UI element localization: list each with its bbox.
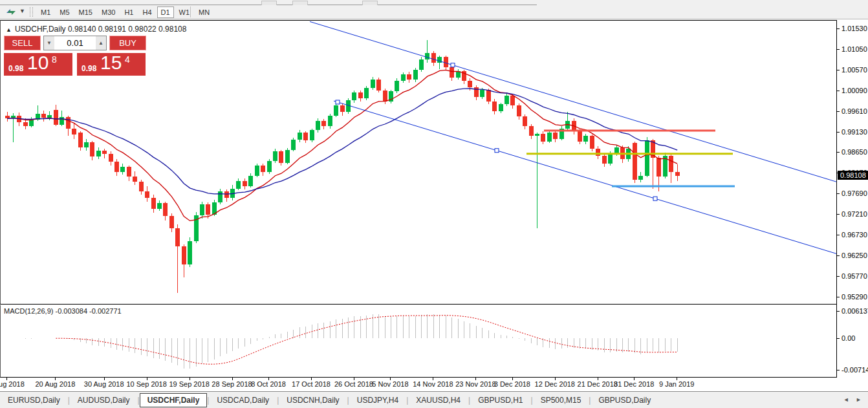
- timeframe-button-M30[interactable]: M30: [98, 6, 119, 18]
- chart-profiles-icon[interactable]: [5, 7, 17, 17]
- macd-chart-canvas[interactable]: [1, 305, 837, 377]
- ma-fast-line: [7, 70, 677, 220]
- macd-histogram: [7, 314, 677, 369]
- volume-increase-button[interactable]: ▲: [96, 36, 106, 50]
- axis-tick: [837, 132, 840, 133]
- date-label: 8 Oct 2018: [251, 380, 286, 388]
- date-label: 17 Oct 2018: [292, 380, 331, 388]
- price-tick-label: 1.00570: [841, 66, 867, 74]
- price-tick-label: 0.97690: [841, 189, 867, 197]
- mt4-terminal-window: ▼ M1M5M15M30H1H4D1W1MN ▲USDCHF,Daily 0.9…: [0, 0, 868, 408]
- chart-tab-AUDUSD-Daily[interactable]: AUDUSD,Daily: [70, 393, 138, 407]
- timeframe-button-M15[interactable]: M15: [75, 6, 96, 18]
- macd-pane[interactable]: MACD(12,26,9) -0.003084 -0.002771: [0, 305, 837, 378]
- date-label: 3 Dec 2018: [494, 380, 530, 388]
- pane-divider[interactable]: [0, 304, 836, 305]
- buy-price-point: 4: [125, 54, 130, 65]
- timeframe-button-D1[interactable]: D1: [157, 6, 174, 18]
- chart-tab-EURUSD-Daily[interactable]: EURUSD,Daily: [0, 393, 68, 407]
- chart-window: ▲USDCHF,Daily 0.98140 0.98191 0.98022 0.…: [0, 19, 868, 408]
- buy-price-tile[interactable]: 0.98 15 4: [77, 53, 146, 76]
- sell-button[interactable]: SELL: [4, 36, 41, 50]
- axis-tick: [837, 28, 840, 29]
- volume-input[interactable]: [54, 36, 96, 50]
- axis-tick: [837, 111, 840, 112]
- price-tick-label: 1.01050: [841, 45, 867, 53]
- date-label: 8 Aug 2018: [0, 380, 25, 388]
- date-label: 14 Nov 2018: [413, 380, 453, 388]
- macd-tick-label: -0.007142: [841, 366, 868, 374]
- axis-tick: [837, 91, 840, 91]
- date-label: 12 Dec 2018: [535, 380, 575, 388]
- buy-button[interactable]: BUY: [109, 36, 146, 50]
- chart-tool-dropdown-caret[interactable]: ▼: [19, 8, 25, 14]
- one-click-trading-panel: SELL ▼ ▲ BUY 0.98 10 8 0.98: [4, 36, 146, 76]
- date-label: 30 Aug 2018: [84, 380, 124, 388]
- price-tick-label: 0.96250: [841, 252, 867, 259]
- trendline-handle[interactable]: [336, 100, 340, 104]
- timeframe-button-H4[interactable]: H4: [138, 6, 155, 18]
- chart-tab-GBPUSD-H1[interactable]: GBPUSD,H1: [470, 393, 530, 407]
- axis-tick: [837, 214, 840, 215]
- time-axis[interactable]: 8 Aug 201820 Aug 201830 Aug 201810 Sep 2…: [0, 378, 868, 391]
- macd-indicator-label: MACD(12,26,9) -0.003084 -0.002771: [4, 307, 122, 315]
- timeframe-button-M1[interactable]: M1: [37, 6, 54, 18]
- axis-tick: [837, 235, 840, 235]
- volume-decrease-button[interactable]: ▼: [44, 36, 54, 50]
- axis-tick: [837, 276, 840, 277]
- price-tick-label: 0.95290: [841, 293, 867, 301]
- macd-tick-label: 0.00: [841, 334, 855, 342]
- timeframe-button-MN[interactable]: MN: [195, 6, 213, 18]
- axis-tick: [837, 152, 840, 153]
- channel-lower-trendline: [334, 101, 837, 253]
- axis-tick: [837, 338, 840, 339]
- date-label: 5 Nov 2018: [372, 380, 408, 388]
- price-tick-label: 0.98650: [841, 148, 867, 156]
- toolbar-grip[interactable]: [30, 7, 33, 17]
- timeframe-button-H1[interactable]: H1: [120, 6, 137, 18]
- candlestick-series: [5, 40, 680, 294]
- trendline-handle[interactable]: [653, 197, 657, 200]
- price-tick-label: 0.96730: [841, 231, 867, 239]
- date-label: 28 Sep 2018: [212, 380, 252, 388]
- chart-tab-USDCHF-Daily[interactable]: USDCHF,Daily: [140, 393, 208, 407]
- channel-upper-trendline: [310, 21, 837, 182]
- chart-tab-USDCAD-Daily[interactable]: USDCAD,Daily: [209, 393, 277, 407]
- chart-title: ▲USDCHF,Daily 0.98140 0.98191 0.98022 0.…: [6, 25, 186, 34]
- tab-nav-left-icon[interactable]: ◄: [843, 396, 852, 403]
- sell-price-pips: 10: [27, 52, 49, 74]
- timeframe-buttons: M1M5M15M30H1H4D1W1MN: [36, 6, 214, 18]
- volume-stepper: ▼ ▲: [43, 36, 107, 50]
- price-axis[interactable]: 1.015301.010501.005701.000900.996100.991…: [836, 20, 868, 377]
- chart-tab-SP500-M15[interactable]: SP500,M15: [533, 393, 589, 407]
- date-label: 19 Sep 2018: [169, 380, 209, 388]
- price-pane[interactable]: ▲USDCHF,Daily 0.98140 0.98191 0.98022 0.…: [0, 20, 837, 305]
- chart-tab-XAUUSD-H4[interactable]: XAUUSD,H4: [408, 393, 468, 407]
- date-label: 9 Jan 2019: [659, 380, 694, 388]
- axis-tick: [837, 49, 840, 50]
- date-label: 21 Dec 2018: [578, 380, 618, 388]
- price-tick-label: 1.01530: [841, 25, 867, 32]
- chart-tab-USDCNH-Daily[interactable]: USDCNH,Daily: [279, 393, 347, 407]
- price-tick-label: 1.00090: [841, 87, 867, 94]
- date-label: 10 Sep 2018: [126, 380, 166, 388]
- tab-nav-right-icon[interactable]: ►: [856, 396, 864, 403]
- sell-price-tile[interactable]: 0.98 10 8: [4, 53, 72, 76]
- chart-tab-GBPUSD-Daily[interactable]: GBPUSD,Daily: [591, 393, 658, 407]
- sell-price-base: 0.98: [8, 64, 23, 73]
- toolbar-separator: [190, 6, 191, 17]
- current-price-badge: 0.98108: [838, 171, 868, 180]
- timeframe-button-M5[interactable]: M5: [56, 6, 73, 18]
- date-label: 23 Nov 2018: [455, 380, 495, 388]
- window-chrome-sliver: [0, 0, 868, 5]
- trendline-handle[interactable]: [495, 149, 499, 153]
- axis-tick: [837, 370, 840, 370]
- chart-tab-USDJPY-H4[interactable]: USDJPY,H4: [349, 393, 406, 407]
- date-label: 20 Aug 2018: [35, 380, 75, 388]
- axis-tick: [837, 255, 840, 256]
- buy-price-pips: 15: [100, 52, 122, 74]
- collapse-triangle-icon[interactable]: ▲: [6, 27, 12, 33]
- axis-tick: [837, 311, 840, 312]
- timeframes-toolbar: ▼ M1M5M15M30H1H4D1W1MN: [0, 5, 868, 19]
- trendline-handle[interactable]: [451, 63, 455, 67]
